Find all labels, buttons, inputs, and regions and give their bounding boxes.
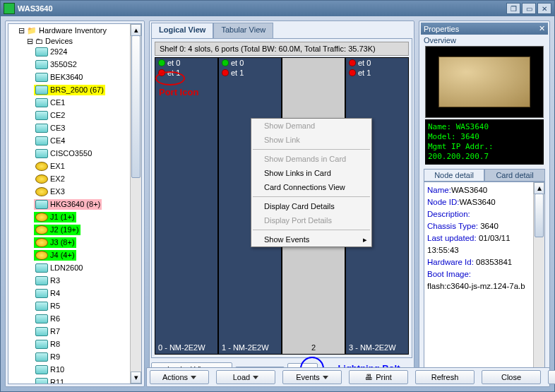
load-menu-button[interactable]: Load (216, 370, 275, 384)
tree-item[interactable]: BEK3640 (34, 72, 84, 83)
folder-icon: 🗀 (35, 36, 43, 47)
port-icon-annotation-label: Port Icon (159, 87, 198, 97)
tree-item[interactable]: 3550S2 (34, 59, 78, 70)
tree-item[interactable]: HKG3640 (8+) (34, 199, 102, 210)
scroll-down-button[interactable]: ▾ (131, 372, 141, 384)
tree-scrollbar[interactable]: ▴ ▾ (130, 24, 141, 384)
scroll-thumb[interactable] (131, 35, 141, 178)
menu-item: Show Demand (251, 119, 371, 133)
tree-item[interactable]: LDN2600 (34, 263, 84, 273)
close-window-button[interactable]: ✕ (537, 3, 551, 14)
device-icon (35, 47, 48, 57)
tab-tabular-view[interactable]: Tabular View (213, 23, 273, 38)
tree-item[interactable]: R9 (34, 352, 61, 362)
tree-item[interactable]: CE1 (34, 97, 66, 108)
tree-item-label: BRS_2600 (67) (50, 85, 104, 95)
maximize-button[interactable]: ▭ (522, 3, 536, 14)
device-icon (35, 276, 48, 285)
tree-item[interactable]: J2 (19+) (34, 225, 80, 235)
tree-item-label: EX1 (50, 161, 65, 172)
titlebar: WAS3640 ❐ ▭ ✕ (1, 1, 554, 16)
tree-item[interactable]: 2924 (34, 47, 68, 57)
tree-item-label: J1 (1+) (50, 212, 75, 222)
tree-item-label: HKG3640 (8+) (50, 199, 100, 210)
tree-item[interactable]: EX1 (34, 161, 66, 172)
tree-root[interactable]: ⊟ 📁 Hardware Inventory (17, 25, 108, 36)
events-menu-button[interactable]: Events (282, 370, 342, 384)
port-status-icon (158, 59, 165, 66)
tree-item-label: BEK3640 (50, 72, 83, 83)
menu-item[interactable]: Display Card Details (251, 199, 371, 213)
card-context-menu: Show DemandShow LinkShow Demands in Card… (251, 118, 372, 247)
properties-close-icon[interactable]: ✕ (539, 24, 545, 33)
device-icon (35, 136, 48, 145)
port[interactable]: et 0 (219, 58, 281, 68)
refresh-button[interactable]: Refresh (415, 370, 475, 384)
port-label: et 1 (358, 69, 371, 77)
device-icon (35, 238, 48, 247)
tree-item[interactable]: J4 (4+) (34, 250, 76, 261)
tree-item[interactable]: CISCO3550 (34, 148, 93, 159)
tree-item[interactable]: CE3 (34, 123, 66, 133)
tree-item[interactable]: CE4 (34, 136, 66, 146)
tree-item[interactable]: R8 (34, 339, 61, 350)
print-button[interactable]: 🖶Print (349, 370, 408, 384)
tree-item[interactable]: R4 (34, 288, 61, 299)
tree-devices[interactable]: ⊟ 🗀 Devices (25, 36, 74, 47)
tree-item[interactable]: R10 (34, 364, 66, 375)
scroll-up-button[interactable]: ▴ (534, 182, 544, 194)
tree-item[interactable]: BRS_2600 (67) (34, 85, 105, 95)
menu-item[interactable]: Show Events▸ (251, 232, 371, 247)
tree-item-label: CE3 (50, 123, 65, 133)
tree-item-label: R7 (50, 326, 60, 337)
close-button[interactable]: Close (482, 370, 541, 384)
tree-item-label: 3550S2 (50, 59, 77, 70)
triangle-down-icon (323, 376, 328, 379)
device-icon (35, 352, 48, 362)
tab-logical-view[interactable]: Logical View (151, 23, 213, 38)
tree-item[interactable]: R5 (34, 301, 61, 311)
scroll-up-button[interactable]: ▴ (131, 24, 141, 36)
menu-item[interactable]: Card Connections View (251, 180, 371, 194)
tab-card-detail[interactable]: Card detail (484, 169, 545, 182)
tree-item-label: J3 (8+) (50, 237, 75, 248)
tree-item-label: R5 (50, 301, 60, 311)
port[interactable]: et 1 (346, 68, 408, 78)
tab-node-detail[interactable]: Node detail (424, 169, 484, 182)
tree-item[interactable]: J3 (8+) (34, 237, 76, 248)
tree-item[interactable]: J1 (1+) (34, 212, 76, 222)
help-button[interactable]: Help (548, 370, 555, 384)
stat-ip: Mgmt IP Addr.: 200.200.200.7 (428, 142, 541, 162)
tree-item[interactable]: CE2 (34, 110, 66, 121)
device-icon (35, 149, 48, 158)
scroll-thumb[interactable] (535, 194, 544, 237)
device-icon (35, 365, 48, 374)
slot-card[interactable]: et 0et 10 - NM-2E2W (155, 58, 217, 354)
menu-item: Show Link (251, 133, 371, 147)
overview-image (425, 46, 544, 118)
tree-item[interactable]: R7 (34, 326, 61, 337)
tree-item[interactable]: EX2 (34, 174, 66, 184)
tree-item[interactable]: R3 (34, 275, 61, 286)
undock-button[interactable]: ❐ (506, 3, 520, 14)
device-tree[interactable]: ⊟ 📁 Hardware Inventory ⊟ 🗀 Devices 29243… (8, 23, 142, 384)
tree-item-label: R3 (50, 275, 60, 286)
device-icon (35, 187, 48, 196)
actions-menu-button[interactable]: Actions (150, 370, 209, 384)
port[interactable]: et 0 (155, 58, 217, 68)
tree-item[interactable]: R11 (34, 377, 66, 384)
port[interactable]: et 1 (219, 68, 281, 78)
tree-item[interactable]: R6 (34, 314, 61, 324)
logical-view-pane: Logical View Tabular View Shelf 0: 4 slo… (149, 20, 414, 387)
window-title: WAS3640 (18, 4, 505, 13)
device-icon (35, 251, 48, 260)
triangle-down-icon (253, 376, 258, 379)
port[interactable]: et 0 (346, 58, 408, 68)
detail-scrollbar[interactable]: ▴ ▾ (533, 182, 544, 381)
properties-header: Properties ✕ (421, 23, 548, 35)
menu-item[interactable]: Show Links in Card (251, 166, 371, 180)
tree-item-label: CE1 (50, 97, 65, 108)
port-status-icon (222, 69, 229, 76)
tree-item[interactable]: EX3 (34, 186, 66, 197)
menu-separator (253, 230, 370, 230)
